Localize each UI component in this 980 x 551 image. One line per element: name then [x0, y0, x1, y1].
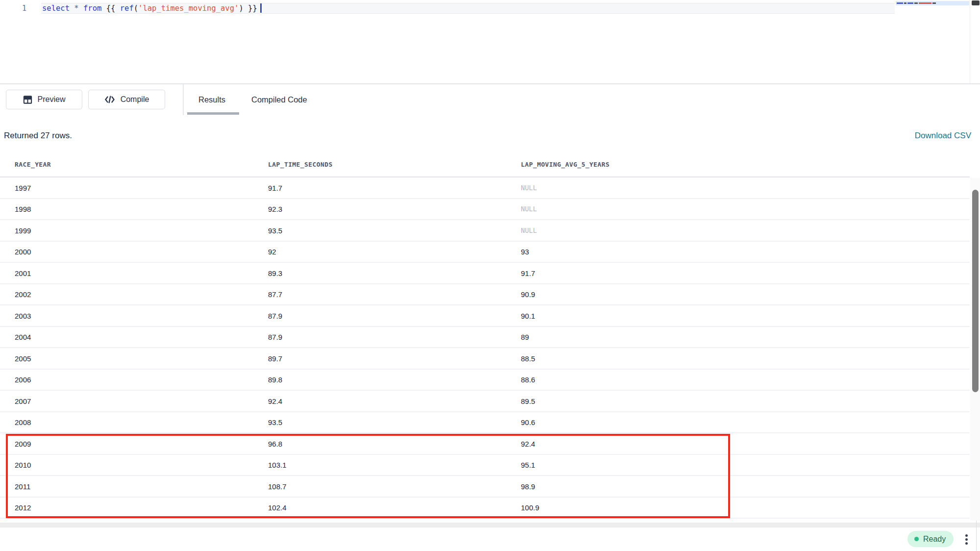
status-bar: Ready [0, 527, 980, 551]
minimap-code-mark [904, 2, 906, 4]
table-cell: 89 [521, 333, 529, 341]
ready-status-label: Ready [923, 535, 946, 544]
code-brackets-icon [104, 95, 115, 104]
tab-compiled-code[interactable]: Compiled Code [251, 84, 307, 115]
minimap-code-mark [897, 2, 903, 4]
ready-status-badge: Ready [907, 531, 954, 547]
download-csv-link[interactable]: Download CSV [915, 131, 971, 141]
table-row[interactable]: 200996.892.4 [0, 433, 970, 455]
table-cell: 90.6 [521, 418, 535, 426]
table-row[interactable]: 199892.3NULL [0, 199, 970, 221]
table-row[interactable]: 2012102.4100.9 [0, 498, 970, 519]
table-scrollbar-thumb[interactable] [972, 190, 979, 392]
minimap-code-mark [907, 2, 913, 4]
table-row[interactable]: 200589.788.5 [0, 348, 970, 370]
table-cell: 98.9 [521, 482, 535, 490]
text-cursor [260, 3, 262, 13]
table-cell: 93.5 [268, 226, 282, 234]
table-cell: 102.4 [268, 503, 287, 512]
preview-button[interactable]: Preview [6, 90, 82, 109]
table-row[interactable]: 2011108.798.9 [0, 476, 970, 498]
table-cell: 87.9 [268, 333, 282, 341]
column-header-lap-time-seconds[interactable]: LAP_TIME_SECONDS [268, 161, 333, 168]
editor-minimap[interactable] [896, 0, 969, 15]
table-cell: 103.1 [268, 461, 287, 469]
minimap-code-mark [932, 2, 936, 4]
table-cell: 91.7 [521, 269, 535, 277]
table-cell: 92 [268, 248, 276, 256]
compile-button[interactable]: Compile [88, 90, 165, 109]
table-cell: 108.7 [268, 482, 287, 490]
table-cell: 2011 [15, 482, 30, 490]
table-row[interactable]: 200487.989 [0, 327, 970, 349]
table-cell: NULL [521, 184, 537, 192]
table-cell: 1998 [15, 205, 31, 213]
jinja-ref-function: ref [120, 4, 134, 13]
table-cell: 2003 [15, 311, 31, 320]
table-row[interactable]: 200287.790.9 [0, 284, 970, 306]
results-summary-bar: Returned 27 rows. Download CSV [0, 115, 980, 150]
table-cell: 89.3 [268, 269, 282, 277]
table-body: 199791.7NULL199892.3NULL199993.5NULL2000… [0, 177, 970, 519]
table-cell: 2010 [15, 461, 31, 469]
row-count-text: Returned 27 rows. [4, 131, 72, 141]
table-row[interactable]: 200387.990.1 [0, 305, 970, 327]
table-cell: 2009 [15, 439, 31, 448]
table-cell: 89.8 [268, 376, 282, 384]
jinja-open: {{ [106, 4, 116, 13]
code-editor[interactable]: 1 select * from {{ ref('lap_times_moving… [0, 0, 980, 83]
table-cell: 92.3 [268, 205, 282, 213]
column-header-race-year[interactable]: RACE_YEAR [15, 161, 51, 168]
compile-button-label: Compile [121, 95, 149, 104]
editor-scrollbar-thumb[interactable] [972, 0, 980, 5]
table-row[interactable]: 200189.391.7 [0, 263, 970, 284]
tab-compiled-code-label: Compiled Code [251, 95, 307, 104]
table-cell: 2008 [15, 418, 31, 426]
preview-button-label: Preview [38, 95, 66, 104]
table-cell: 2006 [15, 376, 31, 384]
table-cell: 88.6 [521, 376, 535, 384]
table-horizontal-scrollbar-track[interactable] [0, 523, 980, 527]
column-header-lap-moving-avg-5-years[interactable]: LAP_MOVING_AVG_5_YEARS [521, 161, 610, 168]
table-header-row: RACE_YEAR LAP_TIME_SECONDS LAP_MOVING_AV… [0, 156, 970, 177]
jinja-close: }} [248, 4, 257, 13]
table-row[interactable]: 199791.7NULL [0, 177, 970, 199]
toolbar-divider [183, 84, 184, 115]
tab-results[interactable]: Results [198, 84, 225, 115]
sql-star: * [74, 4, 78, 13]
table-row[interactable]: 200689.888.6 [0, 370, 970, 391]
table-cell: 100.9 [521, 503, 539, 512]
table-cell: 90.9 [521, 290, 535, 299]
sql-keyword: select [42, 4, 70, 13]
table-cell: 2002 [15, 290, 31, 299]
table-cell: 2012 [15, 503, 31, 512]
editor-code-line[interactable]: select * from {{ ref('lap_times_moving_a… [42, 3, 262, 13]
table-cell: 1999 [15, 226, 31, 234]
results-table: RACE_YEAR LAP_TIME_SECONDS LAP_MOVING_AV… [0, 156, 970, 519]
right-edge-divider [976, 521, 977, 551]
table-row[interactable]: 199993.5NULL [0, 220, 970, 242]
table-cell: NULL [521, 205, 537, 213]
paren-open: ( [134, 4, 138, 13]
paren-close: ) [239, 4, 243, 13]
table-cell: 89.5 [521, 397, 535, 405]
table-cell: 2007 [15, 397, 31, 405]
table-grid-icon [23, 95, 32, 104]
table-cell: NULL [521, 226, 537, 234]
table-row[interactable]: 200792.489.5 [0, 391, 970, 412]
editor-line-number: 1 [15, 4, 26, 13]
ref-string-argument: 'lap_times_moving_avg' [138, 4, 239, 13]
table-cell: 2001 [15, 269, 31, 277]
table-vertical-scrollbar[interactable] [970, 178, 980, 521]
table-cell: 95.1 [521, 461, 535, 469]
kebab-menu-icon[interactable] [961, 532, 971, 546]
table-cell: 89.7 [268, 354, 282, 362]
table-row[interactable]: 200893.590.6 [0, 412, 970, 434]
table-cell: 2005 [15, 354, 31, 362]
editor-vertical-scrollbar[interactable] [970, 0, 980, 83]
table-cell: 2000 [15, 248, 31, 256]
table-cell: 92.4 [521, 439, 535, 448]
table-row[interactable]: 2010103.195.1 [0, 455, 970, 476]
table-row[interactable]: 20009293 [0, 242, 970, 263]
active-tab-underline [187, 112, 239, 115]
